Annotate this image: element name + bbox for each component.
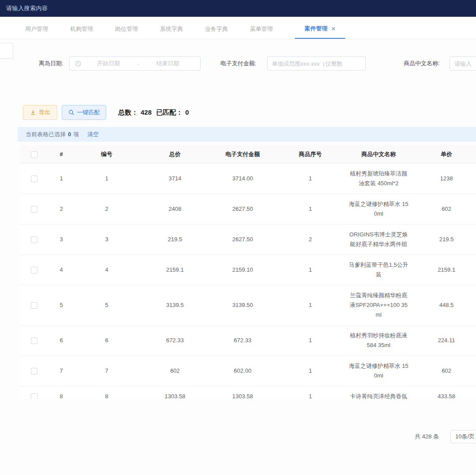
cell-product-name: 海蓝之谜修护精萃水 150ml — [346, 194, 411, 224]
total-label: 总数： — [118, 108, 138, 116]
row-checkbox[interactable] — [31, 337, 37, 344]
tab-label: 机构管理 — [70, 25, 93, 33]
table-row: 33219.52627.502ORIGINS韦博士灵芝焕能好底子精华水两件组21… — [20, 224, 476, 254]
cell-seq: 1 — [275, 355, 346, 386]
table-body: 1137143714.001植村秀新琥珀臻萃洁颜油套装 450ml*212382… — [20, 163, 476, 399]
date-separator: - — [135, 60, 141, 67]
row-checkbox[interactable] — [31, 236, 37, 243]
cell-product-name: 兰蔻菁纯臻颜精华粉底液SPF20PA+++100 35ml — [346, 285, 411, 325]
cell-index: 7 — [48, 355, 74, 386]
row-checkbox[interactable] — [31, 267, 37, 273]
tab-case[interactable]: 案件管理× — [295, 19, 345, 39]
row-select-cell — [20, 386, 48, 399]
date-range-input[interactable]: 开始日期 - 结束日期 — [69, 56, 201, 71]
cell-epay: 602.00 — [211, 355, 275, 386]
row-checkbox[interactable] — [31, 393, 37, 399]
cases-table: #编号总价电子支付金额商品序号商品中文名称单价 1137143714.001植村… — [20, 146, 476, 399]
cell-unit-price: 602 — [411, 355, 476, 386]
cell-total: 3714 — [139, 163, 211, 194]
cell-code: 3 — [74, 224, 139, 254]
cell-seq: 1 — [275, 325, 346, 355]
row-select-cell — [20, 194, 48, 224]
table-row: 66672.33672.331植村秀羽纱持妆粉底液 584 35ml224.11 — [20, 325, 476, 355]
download-icon — [30, 109, 36, 116]
tab-label: 系统字典 — [160, 25, 183, 33]
global-search-input[interactable]: 请输入搜索内容 — [6, 0, 48, 17]
table-header: #编号总价电子支付金额商品序号商品中文名称单价 — [20, 146, 476, 163]
cell-product-name: 卡诗菁纯亮泽经典香氛 — [346, 386, 411, 399]
cell-code: 6 — [74, 325, 139, 355]
cell-epay: 3714.00 — [211, 163, 275, 194]
table-row: 77602602.001海蓝之谜修护精萃水 150ml602 — [20, 355, 476, 386]
cell-product-name: 植村秀羽纱持妆粉底液 584 35ml — [346, 325, 411, 355]
tab-menu[interactable]: 菜单管理 — [250, 19, 273, 39]
row-checkbox[interactable] — [31, 368, 37, 374]
cell-index: 5 — [48, 285, 74, 325]
product-name-input[interactable] — [450, 56, 476, 71]
column-header: 编号 — [74, 146, 139, 163]
tab-org[interactable]: 机构管理 — [70, 19, 93, 39]
cell-seq: 1 — [275, 285, 346, 325]
column-header: 单价 — [411, 146, 476, 163]
table-row: 553139.53139.501兰蔻菁纯臻颜精华粉底液SPF20PA+++100… — [20, 285, 476, 325]
cell-index: 4 — [48, 254, 74, 285]
amount-input[interactable] — [267, 56, 366, 71]
row-select-cell — [20, 355, 48, 386]
column-header: 商品序号 — [275, 146, 346, 163]
cell-code: 1 — [74, 163, 139, 194]
topbar: 请输入搜索内容 — [0, 0, 476, 17]
selection-suffix: 项 — [73, 131, 79, 138]
row-checkbox[interactable] — [31, 302, 37, 309]
cell-code: 2 — [74, 194, 139, 224]
cell-unit-price: 448.5 — [411, 285, 476, 325]
clock-icon — [75, 60, 82, 67]
end-date-placeholder: 结束日期 — [141, 60, 195, 67]
export-button-label: 导出 — [39, 108, 50, 116]
select-all-checkbox[interactable] — [31, 151, 37, 158]
selection-bar: 当前表格已选择 0 项 清空 — [18, 127, 476, 142]
row-select-cell — [20, 325, 48, 355]
table-row: 2224082627.501海蓝之谜修护精萃水 150ml602 — [20, 194, 476, 224]
cell-total: 2408 — [139, 194, 211, 224]
column-header: 总价 — [139, 146, 211, 163]
row-checkbox[interactable] — [31, 176, 37, 182]
tab-label: 案件管理 — [305, 25, 327, 33]
close-icon[interactable]: × — [331, 25, 335, 32]
tab-post[interactable]: 岗位管理 — [115, 19, 138, 39]
table-row: 1137143714.001植村秀新琥珀臻萃洁颜油套装 450ml*21238 — [20, 163, 476, 194]
cell-seq: 2 — [275, 224, 346, 254]
match-button-label: 一键匹配 — [77, 108, 100, 116]
cell-unit-price: 433.58 — [411, 386, 476, 399]
tab-label: 菜单管理 — [250, 25, 273, 33]
date-filter-label: 离岛日期: — [39, 56, 63, 71]
tab-label: 业务字典 — [205, 25, 228, 33]
case-management-screen: 请输入搜索内容 用户管理机构管理岗位管理系统字典业务字典菜单管理案件管理× 离岛… — [0, 0, 476, 475]
row-checkbox[interactable] — [31, 206, 37, 213]
total-value: 428 — [141, 108, 152, 116]
table-row: 881303.581303.581卡诗菁纯亮泽经典香氛433.58 — [20, 386, 476, 399]
table-viewport: #编号总价电子支付金额商品序号商品中文名称单价 1137143714.001植村… — [20, 146, 476, 399]
cell-epay: 2627.50 — [211, 194, 275, 224]
column-header: 商品中文名称 — [346, 146, 411, 163]
cell-unit-price: 1238 — [411, 163, 476, 194]
export-button[interactable]: 导出 — [23, 105, 57, 120]
tab-sys-dict[interactable]: 系统字典 — [160, 19, 183, 39]
tab-bar: 用户管理机构管理岗位管理系统字典业务字典菜单管理案件管理× — [0, 19, 476, 39]
pagination-total: 共 428 条 — [415, 430, 439, 443]
cell-seq: 1 — [275, 194, 346, 224]
cell-product-name: ORIGINS韦博士灵芝焕能好底子精华水两件组 — [346, 224, 411, 254]
tab-biz-dict[interactable]: 业务字典 — [205, 19, 228, 39]
column-header: 电子支付金额 — [211, 146, 275, 163]
clear-selection-link[interactable]: 清空 — [87, 131, 99, 138]
cell-index: 2 — [48, 194, 74, 224]
one-key-match-button[interactable]: 一键匹配 — [62, 105, 106, 120]
selection-prefix: 当前表格已选择 — [26, 131, 66, 138]
filter-bar: 离岛日期: 开始日期 - 结束日期 电子支付金额: 商品中文名称: — [0, 56, 476, 71]
cell-total: 602 — [139, 355, 211, 386]
cell-index: 8 — [48, 386, 74, 399]
page-size-select[interactable]: 10条/页 — [450, 430, 476, 443]
cell-seq: 1 — [275, 163, 346, 194]
cell-code: 8 — [74, 386, 139, 399]
cell-index: 1 — [48, 163, 74, 194]
tab-users[interactable]: 用户管理 — [25, 19, 48, 39]
